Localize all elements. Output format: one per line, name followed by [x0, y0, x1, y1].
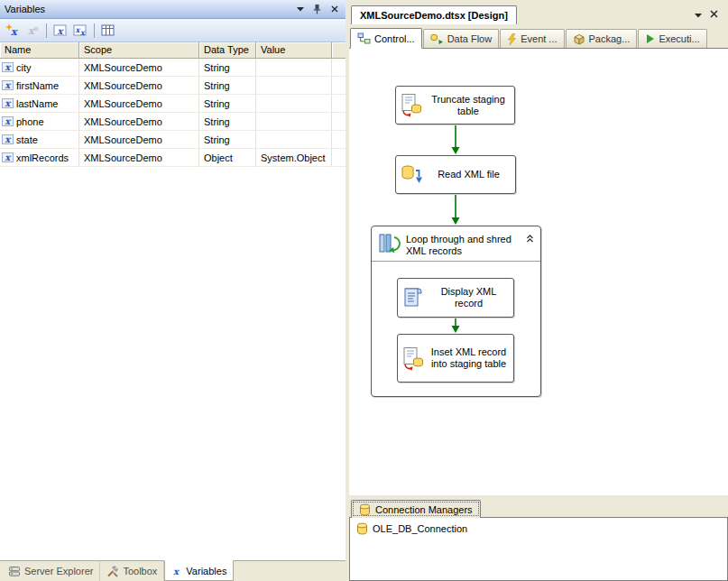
execution-results-icon: [645, 33, 655, 44]
foreach-loop-header[interactable]: Loop through and shred XML records: [372, 226, 540, 262]
variable-icon: x: [2, 79, 14, 91]
collapse-chevrons-icon: [525, 234, 535, 244]
variable-value-cell[interactable]: [256, 95, 332, 113]
connection-managers-label: Connection Managers: [375, 504, 473, 515]
document-tab-label: XMLSourceDemo.dtsx [Design]: [360, 10, 508, 21]
svg-text:x: x: [28, 25, 35, 37]
variable-name-cell[interactable]: x firstName: [0, 77, 79, 95]
variable-scope-cell[interactable]: XMLSourceDemo: [79, 77, 199, 95]
task-label: Truncate staging table: [426, 94, 511, 117]
column-header-scope[interactable]: Scope: [79, 42, 199, 58]
variable-scope-cell[interactable]: XMLSourceDemo: [79, 113, 199, 131]
document-list-button[interactable]: [695, 9, 702, 20]
variable-value-cell[interactable]: [256, 131, 332, 149]
close-document-button[interactable]: [710, 9, 718, 20]
variable-value-cell[interactable]: [256, 59, 332, 77]
table-row[interactable]: x firstName XMLSourceDemo String: [0, 77, 346, 95]
package-explorer-icon: [573, 33, 585, 45]
task-display-xml-record[interactable]: Display XML record: [397, 278, 514, 318]
variable-name-cell[interactable]: x phone: [0, 113, 79, 131]
tab-label: Event ...: [521, 33, 557, 44]
tab-control-flow[interactable]: Control...: [350, 28, 422, 49]
variable-datatype-cell[interactable]: String: [199, 113, 256, 131]
variable-name-cell[interactable]: x state: [0, 131, 79, 149]
show-all-variables-icon: xx: [73, 23, 88, 37]
variable-value-cell[interactable]: [256, 77, 332, 95]
row-filler: [332, 59, 346, 77]
variable-name: city: [16, 62, 32, 73]
task-label: Display XML record: [428, 286, 510, 309]
variable-name-cell[interactable]: x city: [0, 59, 79, 77]
control-flow-design-surface[interactable]: Loop through and shred XML records Trunc…: [349, 49, 728, 495]
variable-scope-cell[interactable]: XMLSourceDemo: [79, 95, 199, 113]
control-flow-icon: [357, 32, 371, 44]
tab-label: Packag...: [589, 33, 631, 44]
document-tab[interactable]: XMLSourceDemo.dtsx [Design]: [351, 5, 517, 24]
tab-event-handlers[interactable]: Event ...: [500, 29, 564, 48]
task-label: Inset XML record into staging table: [428, 346, 510, 370]
tab-data-flow[interactable]: Data Flow: [423, 29, 500, 48]
window-position-button[interactable]: [293, 3, 307, 15]
table-row[interactable]: x state XMLSourceDemo String: [0, 131, 346, 149]
task-truncate-staging-table[interactable]: Truncate staging table: [395, 86, 515, 124]
variable-name: xmlRecords: [16, 152, 69, 163]
variable-scope-cell[interactable]: XMLSourceDemo: [79, 59, 199, 77]
task-insert-xml-record[interactable]: Inset XML record into staging table: [397, 334, 514, 383]
table-row[interactable]: x lastName XMLSourceDemo String: [0, 95, 346, 113]
connection-manager-item[interactable]: OLE_DB_Connection: [356, 522, 721, 535]
variables-title: Variables: [5, 4, 290, 14]
script-task-icon: [401, 287, 425, 309]
server-explorer-icon: [8, 566, 21, 577]
variables-grid-header: Name Scope Data Type Value: [0, 42, 346, 59]
variable-datatype-cell[interactable]: String: [199, 77, 256, 95]
show-all-variables-button[interactable]: xx: [70, 22, 90, 40]
task-read-xml-file[interactable]: Read XML file: [395, 155, 516, 194]
variables-tab-icon: x: [171, 565, 182, 576]
close-icon: [710, 10, 718, 18]
auto-hide-pin-button[interactable]: [310, 3, 324, 15]
collapse-container-button[interactable]: [525, 232, 535, 245]
show-system-variables-button[interactable]: x: [51, 22, 70, 40]
row-filler: [332, 95, 346, 113]
table-row[interactable]: x xmlRecords XMLSourceDemo Object System…: [0, 149, 346, 167]
variable-datatype-cell[interactable]: String: [199, 131, 256, 149]
connection-managers-tab-row: Connection Managers: [349, 495, 728, 518]
variable-icon: x: [2, 115, 14, 127]
tab-label: Variables: [186, 566, 226, 576]
variables-titlebar[interactable]: Variables: [0, 0, 346, 19]
variable-icon: x: [2, 97, 14, 109]
choose-variable-columns-button[interactable]: [98, 22, 118, 40]
tab-variables[interactable]: x Variables: [164, 560, 234, 581]
column-header-filler: [332, 42, 346, 58]
variable-datatype-cell[interactable]: String: [199, 95, 256, 113]
table-row[interactable]: x phone XMLSourceDemo String: [0, 113, 346, 131]
variable-scope-cell[interactable]: XMLSourceDemo: [79, 149, 199, 167]
variables-toolbar: x x x xx: [0, 19, 346, 42]
column-header-value[interactable]: Value: [256, 42, 332, 58]
variable-value-cell[interactable]: System.Object: [256, 149, 332, 167]
database-cylinder-icon: [356, 522, 368, 535]
tab-execution-results[interactable]: Executi...: [638, 29, 706, 48]
variable-name-cell[interactable]: x lastName: [0, 95, 79, 113]
tab-connection-managers[interactable]: Connection Managers: [351, 500, 481, 518]
column-header-name[interactable]: Name: [0, 42, 79, 58]
variable-value-cell[interactable]: [256, 113, 332, 131]
variable-name-cell[interactable]: x xmlRecords: [0, 149, 79, 167]
variable-name: lastName: [16, 98, 58, 109]
tab-package-explorer[interactable]: Packag...: [566, 29, 638, 48]
connection-managers-list[interactable]: OLE_DB_Connection: [349, 517, 728, 581]
tab-toolbox[interactable]: Toolbox: [100, 561, 164, 581]
variable-datatype-cell[interactable]: Object: [199, 149, 256, 167]
ssis-ide-window: Variables x x x xx: [0, 0, 728, 581]
foreach-loop-icon: [378, 232, 401, 255]
chevron-down-icon: [297, 7, 304, 12]
variable-scope-cell[interactable]: XMLSourceDemo: [79, 131, 199, 149]
add-variable-button[interactable]: x: [3, 22, 23, 40]
table-row[interactable]: x city XMLSourceDemo String: [0, 59, 346, 77]
close-button[interactable]: [327, 3, 341, 15]
add-variable-icon: x: [5, 23, 20, 37]
column-header-data-type[interactable]: Data Type: [199, 42, 256, 58]
variable-datatype-cell[interactable]: String: [199, 59, 256, 77]
tab-server-explorer[interactable]: Server Explorer: [2, 561, 100, 581]
svg-text:x: x: [173, 567, 180, 576]
